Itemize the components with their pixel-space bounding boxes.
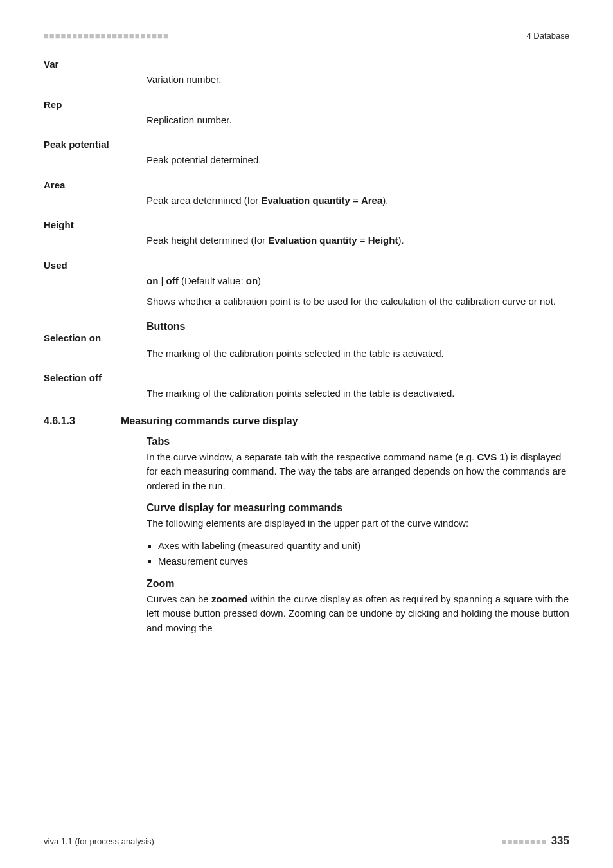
definition-var: Var Variation number.	[44, 59, 569, 87]
page: ■■■■■■■■■■■■■■■■■■■■■■ 4 Database Var Va…	[0, 0, 613, 868]
header-dashes-icon: ■■■■■■■■■■■■■■■■■■■■■■	[44, 31, 169, 41]
desc-selection-off: The marking of the calibration points se…	[147, 372, 569, 401]
term-selection-off: Selection off	[44, 372, 147, 401]
tabs-paragraph: In the curve window, a separate tab with…	[147, 450, 569, 494]
definition-selection-off: Selection off The marking of the calibra…	[44, 372, 569, 401]
desc-var: Variation number.	[147, 59, 569, 87]
desc-height: Peak height determined (for Evaluation q…	[147, 219, 569, 248]
buttons-heading: Buttons	[147, 321, 569, 332]
definition-used: Used on | off (Default value: on) Shows …	[44, 260, 569, 309]
definition-selection-on: Selection on The marking of the calibrat…	[44, 332, 569, 361]
section-title: Measuring commands curve display	[121, 415, 298, 427]
footer-dashes-icon: ■■■■■■■■	[502, 836, 547, 846]
curve-display-bullets: Axes with labeling (measured quantity an…	[147, 539, 569, 569]
zoom-heading: Zoom	[147, 578, 569, 590]
desc-area: Peak area determined (for Evaluation qua…	[147, 179, 569, 208]
term-rep: Rep	[44, 99, 147, 128]
page-number: 335	[551, 835, 569, 847]
list-item: Measurement curves	[158, 554, 569, 569]
term-peak-potential: Peak potential	[44, 139, 147, 168]
tabs-heading: Tabs	[147, 436, 569, 448]
section-header: 4.6.1.3 Measuring commands curve display	[44, 415, 569, 427]
curve-display-heading: Curve display for measuring commands	[147, 502, 569, 514]
term-area: Area	[44, 179, 147, 208]
definition-peak-potential: Peak potential Peak potential determined…	[44, 139, 569, 168]
desc-peak-potential: Peak potential determined.	[147, 139, 569, 168]
page-header: ■■■■■■■■■■■■■■■■■■■■■■ 4 Database	[44, 31, 569, 41]
zoom-paragraph: Curves can be zoomed within the curve di…	[147, 592, 569, 636]
term-selection-on: Selection on	[44, 332, 147, 361]
term-height: Height	[44, 219, 147, 248]
definition-area: Area Peak area determined (for Evaluatio…	[44, 179, 569, 208]
desc-used: on | off (Default value: on) Shows wheth…	[147, 260, 569, 309]
list-item: Axes with labeling (measured quantity an…	[158, 539, 569, 554]
desc-rep: Replication number.	[147, 99, 569, 128]
term-var: Var	[44, 59, 147, 87]
section-number: 4.6.1.3	[44, 415, 121, 427]
section-body: Tabs In the curve window, a separate tab…	[147, 436, 569, 636]
term-used: Used	[44, 260, 147, 309]
curve-display-paragraph: The following elements are displayed in …	[147, 516, 569, 531]
page-footer: viva 1.1 (for process analysis) ■■■■■■■■…	[44, 835, 569, 847]
desc-selection-on: The marking of the calibration points se…	[147, 332, 569, 361]
definition-height: Height Peak height determined (for Evalu…	[44, 219, 569, 248]
footer-left: viva 1.1 (for process analysis)	[44, 836, 154, 846]
header-section-label: 4 Database	[527, 31, 570, 41]
definition-rep: Rep Replication number.	[44, 99, 569, 128]
